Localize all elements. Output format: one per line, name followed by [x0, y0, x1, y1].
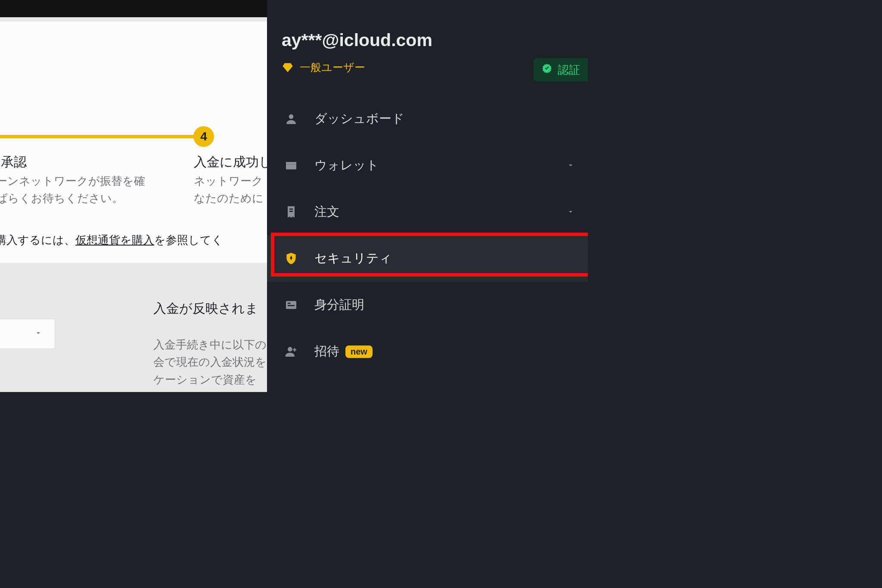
svg-point-9: [288, 347, 292, 352]
person-icon: [284, 112, 298, 126]
chevron-down-icon: [566, 159, 575, 173]
purchase-hint: 通貨を購入するには、仮想通貨を購入を参照してく: [0, 233, 223, 248]
sidebar-item-dashboard[interactable]: ダッシュボード: [267, 96, 588, 142]
sidebar-item-label: ダッシュボード: [314, 110, 404, 128]
id-card-icon: [284, 298, 298, 312]
step-3-description: クチェーンネットワークが振替を確 までしばらくお待ちください。: [0, 172, 177, 207]
step-4-marker: 4: [193, 126, 214, 147]
step-3-title: ワーク承認: [0, 153, 27, 171]
wallet-icon: [284, 159, 298, 172]
content-card: [0, 22, 267, 263]
verification-label: 認証: [558, 62, 580, 78]
deposit-reflect-heading: 入金が反映されま: [153, 300, 258, 317]
svg-point-0: [289, 114, 294, 119]
account-tier-label: 一般ユーザー: [300, 60, 365, 75]
sidebar-item-label: 注文: [314, 203, 339, 221]
verification-badge[interactable]: 認証: [534, 58, 588, 81]
sidebar-item-invite[interactable]: 招待 new: [267, 328, 588, 375]
sidebar-item-label: 招待: [314, 343, 339, 360]
svg-rect-8: [288, 305, 295, 306]
step-4-title: 入金に成功し: [194, 153, 267, 171]
sidebar-item-label: ウォレット: [314, 157, 379, 174]
chevron-down-icon: [34, 329, 43, 339]
sidebar-item-wallet[interactable]: ウォレット: [267, 142, 588, 189]
svg-rect-7: [288, 303, 291, 304]
sidebar-item-security[interactable]: セキュリティ: [267, 235, 588, 282]
currency-select[interactable]: [0, 319, 55, 349]
top-nav-bar: [0, 0, 267, 17]
svg-rect-5: [289, 211, 293, 212]
step-number: 4: [200, 130, 207, 143]
sidebar-item-orders[interactable]: 注文: [267, 189, 588, 235]
new-badge: new: [345, 345, 373, 358]
sidebar-item-label: セキュリティ: [314, 250, 392, 267]
sidebar-nav: ダッシュボード ウォレット 注文 セキュリティ: [267, 96, 588, 375]
sidebar-item-label: 身分証明: [314, 296, 364, 314]
account-sidebar: ay***@icloud.com 一般ユーザー 認証 ダッシュボード ウォレット: [267, 0, 588, 392]
step-4-description: ネットワーク なたのために: [194, 172, 267, 207]
sidebar-item-identity[interactable]: 身分証明: [267, 282, 588, 328]
chevron-down-icon: [566, 205, 575, 219]
deposit-reflect-body: 入金手続き中に以下の 会で現在の入金状況を ケーションで資産を: [153, 336, 267, 388]
svg-rect-4: [289, 208, 293, 210]
main-content-panel: 4 ワーク承認 クチェーンネットワークが振替を確 までしばらくお待ちください。 …: [0, 0, 267, 392]
receipt-icon: [284, 205, 298, 219]
account-tier[interactable]: 一般ユーザー: [282, 60, 365, 75]
buy-crypto-link[interactable]: 仮想通貨を購入: [75, 233, 154, 246]
diamond-icon: [282, 62, 294, 74]
shield-icon: [284, 252, 298, 265]
progress-bar: [0, 135, 196, 138]
person-add-icon: [284, 345, 298, 358]
account-email: ay***@icloud.com: [282, 30, 432, 50]
verified-icon: [541, 63, 553, 77]
svg-rect-3: [286, 162, 296, 164]
